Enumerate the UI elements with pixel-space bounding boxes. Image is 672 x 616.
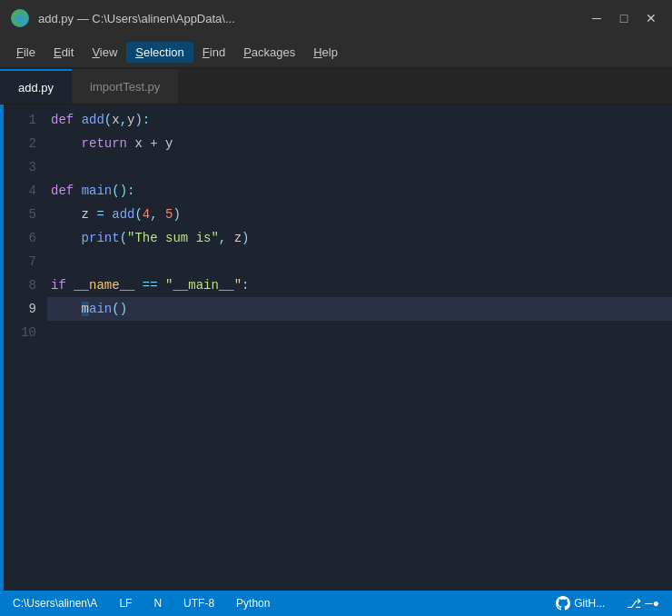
menu-help[interactable]: Help <box>304 42 347 63</box>
close-button[interactable]: ✕ <box>641 8 661 28</box>
code-line-6: print("The sum is", z) <box>47 226 672 250</box>
line-ending-text: LF <box>119 597 132 610</box>
line-num-5: 5 <box>29 203 36 226</box>
code-line-10 <box>47 321 672 344</box>
github-text: GitH... <box>574 597 605 610</box>
code-line-9: main() <box>47 297 672 321</box>
minimize-button[interactable]: ─ <box>587 8 607 28</box>
menu-packages[interactable]: Packages <box>234 42 304 63</box>
line-num-1: 1 <box>29 108 36 132</box>
menu-selection[interactable]: Selection <box>126 42 193 63</box>
editor-area: 1 2 3 4 5 6 7 8 9 10 def add(x,y): retur… <box>0 104 672 591</box>
app-icon <box>11 9 29 27</box>
code-line-4: def main(): <box>47 179 672 203</box>
line-num-7: 7 <box>29 250 36 273</box>
line-num-8: 8 <box>29 273 36 297</box>
code-line-5: z = add(4, 5) <box>47 203 672 226</box>
language-text: Python <box>236 597 270 610</box>
line-num-6: 6 <box>29 226 36 250</box>
status-line-ending[interactable]: LF <box>115 595 135 611</box>
tab-add-py[interactable]: add.py <box>0 69 72 104</box>
menu-file[interactable]: File <box>7 42 44 63</box>
tab-import-test[interactable]: importTest.py <box>72 69 178 104</box>
window-title: add.py — C:\Users\alinen\AppData\... <box>38 12 587 25</box>
branch-dash-icon: ─● <box>645 597 659 610</box>
maximize-button[interactable]: □ <box>614 8 634 28</box>
tabs-bar: add.py importTest.py <box>0 68 672 104</box>
branch-icon: ⎇ <box>627 596 641 611</box>
status-github[interactable]: GitH... <box>552 594 608 612</box>
status-branch[interactable]: ⎇ ─● <box>623 594 663 612</box>
window-controls: ─ □ ✕ <box>587 8 661 28</box>
line-num-2: 2 <box>29 132 36 155</box>
status-path[interactable]: C:\Users\alinen\A <box>9 595 101 611</box>
indent-text: N <box>153 597 162 610</box>
status-language[interactable]: Python <box>232 595 273 611</box>
line-num-10: 10 <box>21 321 36 344</box>
menu-bar: File Edit View Selection Find Packages H… <box>0 36 672 68</box>
code-line-2: return x + y <box>47 132 672 155</box>
title-bar: add.py — C:\Users\alinen\AppData\... ─ □… <box>0 0 672 36</box>
menu-find[interactable]: Find <box>193 42 234 63</box>
line-num-3: 3 <box>29 155 36 179</box>
line-numbers: 1 2 3 4 5 6 7 8 9 10 <box>4 104 47 591</box>
code-line-1: def add(x,y): <box>47 108 672 132</box>
encoding-text: UTF-8 <box>183 597 214 610</box>
line-num-4: 4 <box>29 179 36 203</box>
menu-edit[interactable]: Edit <box>44 42 83 63</box>
line-num-9: 9 <box>29 297 36 321</box>
path-text: C:\Users\alinen\A <box>13 597 97 610</box>
status-encoding[interactable]: UTF-8 <box>180 595 218 611</box>
github-icon <box>556 596 570 611</box>
menu-view[interactable]: View <box>83 42 126 63</box>
code-line-8: if __name__ == "__main__": <box>47 273 672 297</box>
code-editor[interactable]: def add(x,y): return x + y def main(): z… <box>47 104 672 591</box>
status-indent[interactable]: N <box>150 595 165 611</box>
status-bar: C:\Users\alinen\A LF N UTF-8 Python GitH… <box>0 591 672 616</box>
code-line-7 <box>47 250 672 273</box>
code-line-3 <box>47 155 672 179</box>
